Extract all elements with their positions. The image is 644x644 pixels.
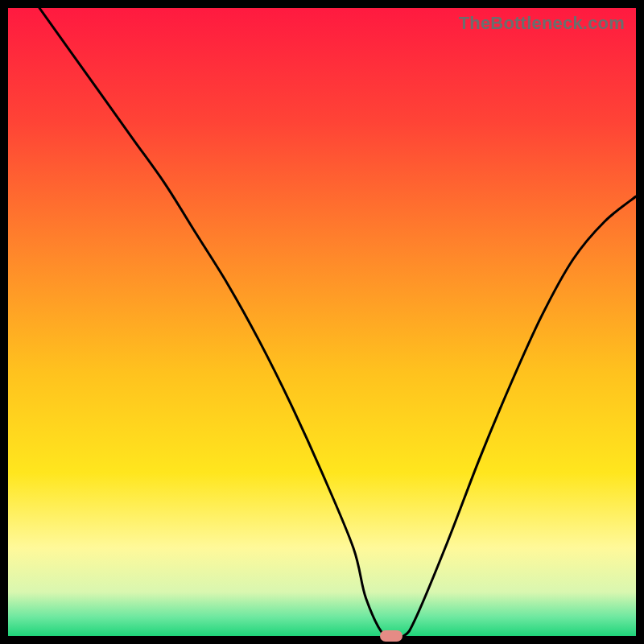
gradient-background xyxy=(8,8,636,636)
chart-frame: TheBottleneck.com xyxy=(8,8,636,636)
optimum-marker xyxy=(380,630,402,642)
bottleneck-chart xyxy=(8,8,636,636)
watermark-text: TheBottleneck.com xyxy=(459,13,625,34)
